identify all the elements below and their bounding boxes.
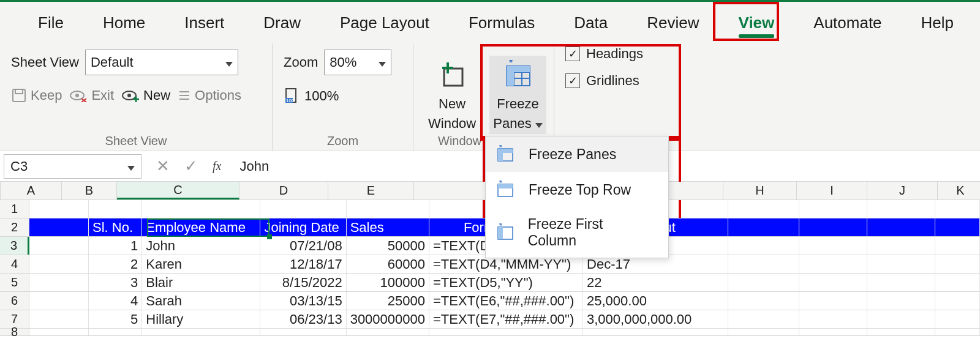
cell[interactable] [935, 274, 980, 291]
cell[interactable]: 4 [89, 292, 142, 310]
headings-checkbox[interactable]: ✓ Headings [565, 46, 643, 62]
cell[interactable] [347, 329, 429, 335]
cell[interactable] [142, 329, 260, 335]
cell[interactable] [29, 255, 89, 273]
zoom-100-button[interactable]: 100 100% [284, 88, 402, 105]
menu-item-freeze-first-column[interactable]: * Freeze First Column [486, 207, 668, 258]
cell[interactable]: Hillary [142, 310, 260, 328]
cell[interactable]: 60000 [347, 255, 429, 273]
cell[interactable]: 8/15/2022 [260, 274, 346, 291]
row-header-8[interactable]: 8 [0, 329, 29, 335]
cell[interactable] [89, 200, 142, 218]
cell[interactable] [29, 292, 89, 310]
cell[interactable] [29, 200, 89, 218]
cell[interactable]: Employee Name [142, 218, 260, 236]
col-header-D[interactable]: D [239, 182, 328, 200]
name-box[interactable]: C3 [4, 154, 141, 179]
cell[interactable] [728, 329, 799, 335]
cell[interactable] [935, 218, 980, 236]
cell[interactable] [728, 237, 799, 255]
col-header-B[interactable]: B [62, 182, 117, 200]
new-button[interactable]: New [121, 88, 170, 103]
cell[interactable] [260, 329, 346, 335]
tab-data[interactable]: Data [554, 10, 627, 36]
cell[interactable] [867, 237, 935, 255]
cell[interactable]: John [142, 237, 260, 255]
row-header-6[interactable]: 6 [0, 292, 29, 310]
exit-button[interactable]: Exit [69, 88, 114, 103]
cell[interactable] [799, 200, 867, 218]
freeze-panes-button[interactable]: * Freeze Panes [489, 56, 546, 134]
select-all-triangle[interactable] [0, 182, 1, 200]
col-header-E[interactable]: E [328, 182, 414, 200]
tab-review[interactable]: Review [627, 10, 718, 36]
cell[interactable] [935, 255, 980, 273]
cell[interactable]: Sl. No. [89, 218, 142, 236]
cell[interactable] [867, 274, 935, 291]
sheet-view-select[interactable]: Default [85, 50, 238, 75]
cell[interactable] [583, 329, 728, 335]
tab-home[interactable]: Home [83, 10, 165, 36]
tab-page-layout[interactable]: Page Layout [320, 10, 449, 36]
cell[interactable]: 100000 [347, 274, 429, 291]
cell[interactable]: 3 [89, 274, 142, 291]
cell[interactable] [728, 255, 799, 273]
cell[interactable] [29, 218, 89, 236]
cell[interactable]: Karen [142, 255, 260, 273]
cell[interactable]: 07/21/08 [260, 237, 346, 255]
cell[interactable] [29, 329, 89, 335]
col-header-A[interactable]: A [1, 182, 62, 200]
options-button[interactable]: Options [178, 88, 241, 103]
cell[interactable]: Sarah [142, 292, 260, 310]
cell[interactable]: =TEXT(D5,"YY") [429, 274, 583, 291]
col-header-J[interactable]: J [867, 182, 938, 200]
keep-button[interactable]: Keep [11, 88, 62, 103]
row-header-1[interactable]: 1 [0, 200, 29, 218]
cell[interactable] [142, 200, 260, 218]
cell[interactable] [867, 200, 935, 218]
cell[interactable]: 25000 [347, 292, 429, 310]
tab-automate[interactable]: Automate [794, 10, 901, 36]
cell[interactable]: 12/18/17 [260, 255, 346, 273]
menu-item-freeze-panes[interactable]: * Freeze Panes [486, 136, 668, 172]
formula-value[interactable]: John [233, 158, 269, 174]
cell[interactable] [728, 274, 799, 291]
tab-insert[interactable]: Insert [165, 10, 244, 36]
tab-draw[interactable]: Draw [244, 10, 320, 36]
cell[interactable] [799, 237, 867, 255]
row-header-2[interactable]: 2 [0, 218, 29, 236]
col-header-K[interactable]: K [938, 182, 980, 200]
cell[interactable] [935, 200, 980, 218]
cell[interactable] [935, 292, 980, 310]
cell[interactable]: 3000000000 [347, 310, 429, 328]
cell[interactable] [799, 310, 867, 328]
row-header-3[interactable]: 3 [0, 237, 29, 255]
cell[interactable]: =TEXT(E7,"##,###.00") [429, 310, 583, 328]
cell[interactable] [867, 218, 935, 236]
cell[interactable] [799, 255, 867, 273]
cell[interactable]: 50000 [347, 237, 429, 255]
cell[interactable] [799, 274, 867, 291]
cell[interactable] [867, 255, 935, 273]
new-window-button[interactable]: New Window [424, 56, 480, 134]
cell[interactable] [260, 200, 346, 218]
zoom-select[interactable]: 80% [324, 50, 391, 75]
fill-handle[interactable] [267, 234, 272, 239]
cell[interactable] [799, 218, 867, 236]
cell[interactable]: 3,000,000,000.00 [583, 310, 728, 328]
cell[interactable]: 22 [583, 274, 728, 291]
cell[interactable]: Sales [347, 218, 429, 236]
cell[interactable] [29, 237, 89, 255]
cell[interactable] [728, 200, 799, 218]
cell[interactable]: 25,000.00 [583, 292, 728, 310]
cell[interactable] [799, 292, 867, 310]
row-header-4[interactable]: 4 [0, 255, 29, 273]
col-header-H[interactable]: H [723, 182, 797, 200]
tab-formulas[interactable]: Formulas [449, 10, 554, 36]
cell[interactable] [89, 329, 142, 335]
cancel-icon[interactable]: ✕ [156, 157, 170, 176]
cell[interactable]: 03/13/15 [260, 292, 346, 310]
cell[interactable] [935, 329, 980, 335]
cell[interactable] [799, 329, 867, 335]
cell[interactable] [29, 274, 89, 291]
